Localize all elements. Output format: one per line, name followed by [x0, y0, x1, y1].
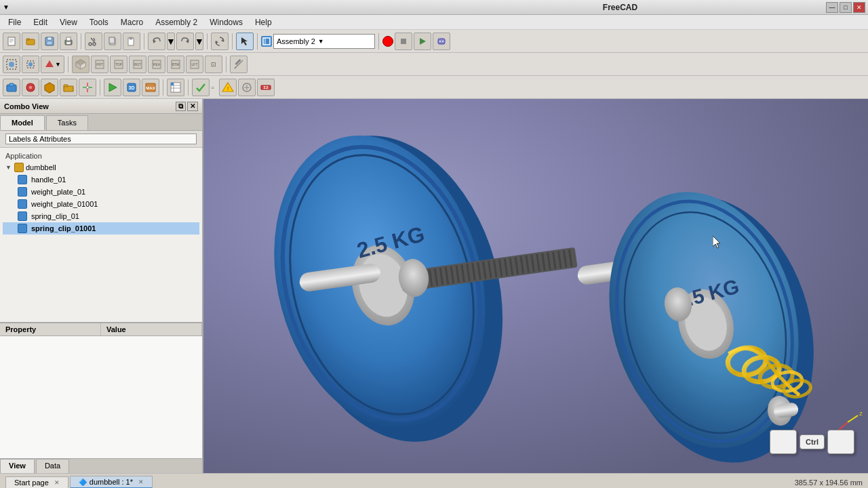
combo-close-button[interactable]: ✕	[187, 102, 198, 111]
print-button[interactable]	[60, 33, 77, 50]
tree-label-dumbbell: dumbbell	[26, 163, 56, 171]
part3d-button[interactable]: 3D	[123, 79, 140, 96]
minimize-button[interactable]: —	[826, 2, 838, 13]
save-button[interactable]	[41, 33, 58, 50]
circle-button[interactable]	[238, 79, 256, 96]
view-bottom-button[interactable]: BTM	[167, 56, 184, 73]
tree-arrow-dumbbell: ▼	[5, 164, 12, 171]
labels-bar	[0, 131, 202, 148]
svg-rect-26	[263, 38, 270, 45]
check-button[interactable]	[192, 79, 210, 96]
group-button[interactable]	[60, 79, 77, 96]
tree-item-weight-plate01[interactable]: weight_plate_01	[3, 186, 199, 198]
svg-marker-24	[216, 41, 218, 44]
tree-label-weight-plate01001: weight_plate_01001	[31, 200, 98, 208]
tree-item-spring-clip01[interactable]: spring_clip_01	[3, 210, 199, 222]
play-button[interactable]	[104, 79, 121, 96]
body-button[interactable]	[41, 79, 58, 96]
labels-input[interactable]	[5, 134, 197, 144]
cut-button[interactable]	[85, 33, 102, 50]
svg-rect-5	[26, 39, 30, 40]
measure-button[interactable]	[230, 56, 248, 73]
tab-data[interactable]: Data	[36, 459, 69, 473]
axis-indicator: Z X	[831, 405, 858, 432]
execute-macro-button[interactable]	[414, 33, 431, 50]
undo-arrow[interactable]: ▼	[167, 33, 175, 50]
tree-item-handle01[interactable]: handle_01	[3, 174, 199, 186]
view-right-button[interactable]: RGT	[129, 56, 146, 73]
fit-selection-button[interactable]	[22, 56, 39, 73]
sep-view1	[68, 56, 68, 73]
view-home-button[interactable]	[72, 56, 90, 73]
max-button[interactable]: MAX	[142, 79, 159, 96]
separator6	[378, 33, 379, 49]
copy-button[interactable]	[104, 33, 121, 50]
open-button[interactable]	[22, 33, 39, 50]
tree-item-dumbbell[interactable]: ▼ dumbbell	[3, 161, 199, 174]
redo-arrow[interactable]: ▼	[195, 33, 203, 50]
spreadsheet-button[interactable]	[167, 79, 184, 96]
paste-button[interactable]	[123, 33, 140, 50]
maximize-button[interactable]: □	[840, 2, 852, 13]
part-button[interactable]	[3, 79, 20, 96]
combo-float-button[interactable]: ⧉	[176, 102, 186, 111]
view-top-button[interactable]: TOP	[110, 56, 127, 73]
view-rear-button[interactable]: REA	[148, 56, 165, 73]
menu-edit[interactable]: Edit	[28, 16, 53, 28]
menu-file[interactable]: File	[3, 16, 26, 28]
undo-button[interactable]	[148, 33, 165, 50]
svg-line-145	[848, 415, 858, 422]
svg-text:TOP: TOP	[115, 62, 123, 66]
tree-item-weight-plate01001[interactable]: weight_plate_01001	[3, 198, 199, 210]
view-left-button[interactable]: LFT	[186, 56, 203, 73]
svg-text:BTM: BTM	[172, 62, 180, 66]
draw-style-button[interactable]: ▼	[41, 56, 64, 73]
tab-view[interactable]: View	[0, 459, 35, 473]
toolbar-view: ▼ FRT TOP RGT REA BTM LFT ⊡	[0, 53, 868, 76]
svg-text:3D: 3D	[129, 85, 135, 90]
tree-item-spring-clip01001[interactable]: spring_clip_01001	[3, 222, 199, 235]
close-button[interactable]: ✕	[853, 2, 865, 13]
assembly-button[interactable]	[22, 79, 39, 96]
pointer-button[interactable]	[236, 33, 254, 50]
toolbar-assembly: 3D MAX = ! Σ2	[0, 76, 868, 99]
menu-assembly2[interactable]: Assembly 2	[150, 16, 203, 28]
tab-tasks[interactable]: Tasks	[46, 115, 88, 130]
redo-button[interactable]	[176, 33, 194, 50]
view-isometric-button[interactable]: ⊡	[205, 56, 222, 73]
origin-button[interactable]	[79, 79, 96, 96]
assembly-dropdown-group: Assembly 2 ▼	[261, 34, 375, 49]
warning-button[interactable]: !	[219, 79, 237, 96]
svg-text:REA: REA	[153, 62, 161, 66]
start-page-close[interactable]: ✕	[54, 479, 60, 486]
menu-tools[interactable]: Tools	[84, 16, 114, 28]
toolbar-main: ▼ ▼ Assembly 2 ▼	[0, 30, 868, 53]
kbd-box-left	[770, 430, 797, 454]
record-macro-button[interactable]	[382, 36, 393, 47]
fit-all-button[interactable]	[3, 56, 20, 73]
dumbbell-tab-close[interactable]: ✕	[138, 479, 144, 485]
new-button[interactable]	[3, 33, 20, 50]
sep-view2	[226, 56, 226, 73]
view-data-tabs: View Data	[0, 458, 202, 473]
view-front-button[interactable]: FRT	[91, 56, 108, 73]
dumbbell-icon	[14, 163, 24, 172]
active-document-dropdown[interactable]: Assembly 2 ▼	[273, 34, 375, 49]
svg-point-31	[439, 41, 441, 42]
menu-view[interactable]: View	[54, 16, 83, 28]
start-page-tab[interactable]: Start page ✕	[5, 476, 68, 489]
stop-button[interactable]	[395, 33, 412, 50]
svg-rect-7	[47, 37, 52, 40]
dumbbell-tab[interactable]: 🔷 dumbbell : 1* ✕	[70, 476, 153, 488]
tab-model[interactable]: Model	[0, 115, 45, 130]
measure2-button[interactable]: Σ2	[257, 79, 275, 96]
menu-macro[interactable]: Macro	[115, 16, 149, 28]
viewport-3d[interactable]: 2.5 KG	[203, 99, 868, 473]
svg-point-15	[89, 43, 92, 45]
svg-rect-0	[8, 37, 15, 45]
debug-button[interactable]	[433, 33, 450, 50]
menu-windows[interactable]: Windows	[204, 16, 248, 28]
svg-marker-29	[420, 38, 426, 45]
refresh-button[interactable]	[211, 33, 229, 50]
menu-help[interactable]: Help	[250, 16, 277, 28]
